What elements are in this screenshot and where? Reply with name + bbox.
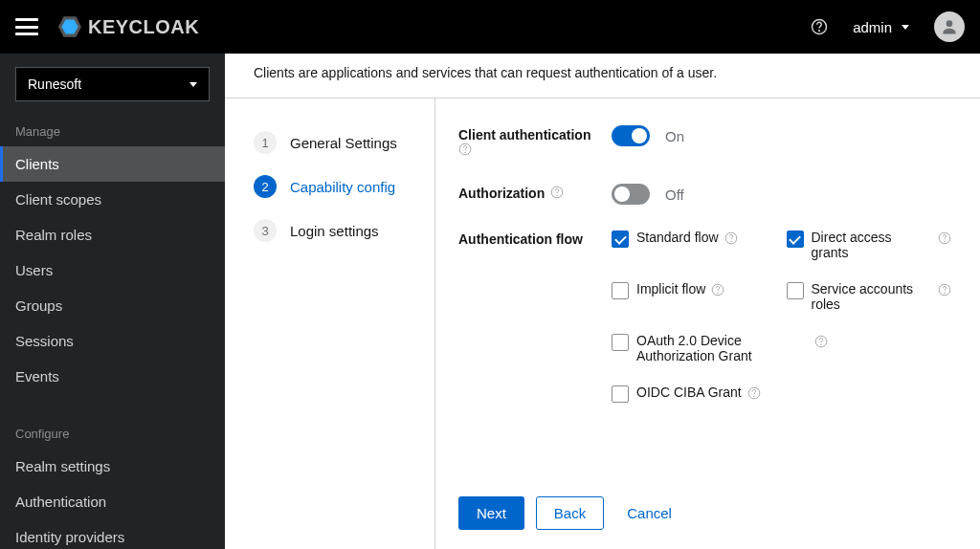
checkbox-standard-flow[interactable] bbox=[612, 231, 629, 248]
sidebar-item-users[interactable]: Users bbox=[0, 253, 225, 288]
toggle-state-label: Off bbox=[665, 187, 684, 203]
step-number: 2 bbox=[254, 175, 277, 198]
help-icon[interactable] bbox=[550, 186, 564, 199]
svg-point-16 bbox=[945, 293, 946, 294]
main-content: Clients are applications and services th… bbox=[225, 54, 980, 549]
sidebar-item-groups[interactable]: Groups bbox=[0, 288, 225, 323]
step-number: 3 bbox=[254, 219, 277, 242]
svg-point-18 bbox=[821, 344, 822, 345]
toggle-state-label: On bbox=[665, 128, 684, 144]
svg-point-14 bbox=[718, 293, 719, 294]
step-number: 1 bbox=[254, 131, 277, 154]
checkbox-service-accounts-roles[interactable] bbox=[787, 282, 804, 299]
label-client-authentication: Client authentication bbox=[458, 125, 612, 159]
svg-point-6 bbox=[465, 152, 466, 153]
svg-point-19 bbox=[748, 387, 760, 399]
svg-point-10 bbox=[730, 241, 731, 242]
page-description: Clients are applications and services th… bbox=[225, 54, 980, 99]
user-label: admin bbox=[853, 19, 892, 35]
cancel-button[interactable]: Cancel bbox=[615, 497, 683, 529]
sidebar-section-manage: Manage bbox=[0, 111, 225, 146]
app-header: KEYCLOAK admin bbox=[0, 0, 980, 54]
svg-point-17 bbox=[815, 336, 827, 347]
menu-toggle-icon[interactable] bbox=[15, 18, 38, 35]
svg-point-13 bbox=[713, 284, 724, 296]
help-icon[interactable] bbox=[938, 231, 951, 245]
sidebar-item-clients[interactable]: Clients bbox=[0, 146, 225, 182]
svg-point-11 bbox=[939, 232, 950, 244]
svg-point-7 bbox=[551, 187, 563, 198]
help-icon[interactable] bbox=[747, 386, 761, 400]
help-icon[interactable] bbox=[458, 143, 472, 156]
sidebar-item-authentication[interactable]: Authentication bbox=[0, 484, 225, 519]
checkbox-oauth-device-grant[interactable] bbox=[612, 334, 629, 351]
realm-selector[interactable]: Runesoft bbox=[15, 67, 210, 101]
label-authorization: Authorization bbox=[458, 184, 612, 205]
brand-text: KEYCLOAK bbox=[88, 16, 199, 38]
form-area: Client authentication On Authoriz bbox=[435, 99, 980, 549]
sidebar-item-identity-providers[interactable]: Identity providers bbox=[0, 519, 225, 549]
svg-point-20 bbox=[753, 396, 754, 397]
sidebar: Runesoft Manage Clients Client scopes Re… bbox=[0, 54, 225, 549]
checkbox-oidc-ciba-grant[interactable] bbox=[612, 385, 629, 403]
svg-point-9 bbox=[725, 232, 737, 244]
wizard-step-general-settings[interactable]: 1 General Settings bbox=[254, 131, 434, 154]
svg-point-4 bbox=[947, 20, 953, 27]
svg-point-8 bbox=[557, 195, 558, 196]
svg-point-12 bbox=[945, 241, 946, 242]
toggle-client-authentication[interactable] bbox=[612, 125, 650, 146]
realm-selected-label: Runesoft bbox=[28, 77, 81, 92]
svg-point-5 bbox=[459, 143, 471, 155]
checkbox-implicit-flow[interactable] bbox=[612, 282, 629, 299]
next-button[interactable]: Next bbox=[458, 496, 524, 530]
checkbox-direct-access-grants[interactable] bbox=[787, 231, 804, 248]
help-icon[interactable] bbox=[711, 283, 724, 296]
sidebar-section-configure: Configure bbox=[0, 413, 225, 449]
brand-logo[interactable]: KEYCLOAK bbox=[57, 14, 199, 39]
keycloak-icon bbox=[57, 14, 82, 39]
svg-point-15 bbox=[939, 284, 950, 296]
sidebar-item-realm-settings[interactable]: Realm settings bbox=[0, 449, 225, 484]
sidebar-item-realm-roles[interactable]: Realm roles bbox=[0, 217, 225, 253]
user-menu[interactable]: admin bbox=[853, 19, 909, 35]
wizard-button-bar: Next Back Cancel bbox=[458, 487, 951, 530]
wizard-step-login-settings[interactable]: 3 Login settings bbox=[254, 219, 434, 242]
avatar[interactable] bbox=[934, 11, 965, 42]
caret-down-icon bbox=[189, 82, 197, 87]
back-button[interactable]: Back bbox=[536, 496, 604, 530]
caret-down-icon bbox=[902, 25, 909, 30]
help-icon[interactable] bbox=[938, 283, 951, 296]
label-authentication-flow: Authentication flow bbox=[458, 230, 612, 403]
help-icon[interactable] bbox=[811, 18, 828, 35]
wizard-step-capability-config[interactable]: 2 Capability config bbox=[254, 175, 434, 198]
sidebar-item-events[interactable]: Events bbox=[0, 359, 225, 394]
sidebar-item-sessions[interactable]: Sessions bbox=[0, 323, 225, 359]
help-icon[interactable] bbox=[724, 231, 738, 245]
svg-point-3 bbox=[819, 31, 820, 32]
help-icon[interactable] bbox=[814, 335, 828, 348]
sidebar-item-client-scopes[interactable]: Client scopes bbox=[0, 182, 225, 217]
toggle-authorization[interactable] bbox=[612, 184, 650, 205]
wizard-nav: 1 General Settings 2 Capability config 3… bbox=[225, 99, 435, 549]
